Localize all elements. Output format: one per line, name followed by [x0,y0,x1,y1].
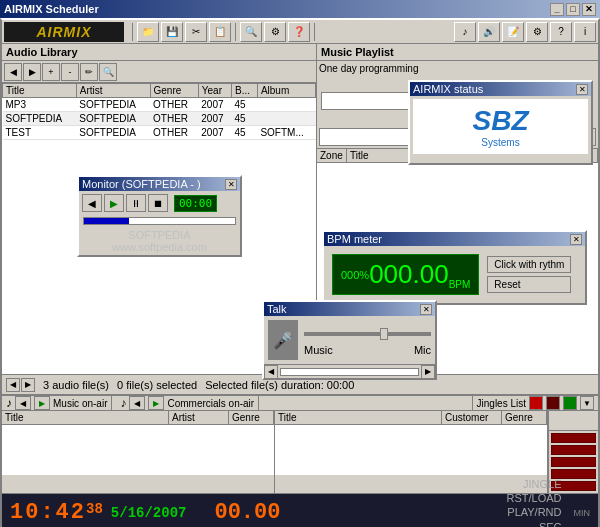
toolbar-btn-7[interactable]: ❓ [288,22,310,42]
cell-album: SOFTM... [257,126,315,140]
jingles-label: Jingles List [477,398,526,409]
lib-btn-1[interactable]: ◀ [4,63,22,81]
commercials-table-body [275,425,547,475]
toolbar-btn-1[interactable]: 📁 [137,22,159,42]
table-row[interactable]: TEST SOFTPEDIA OTHER 2007 45 SOFTM... [3,126,316,140]
jingle-status: JINGLE [523,477,562,491]
jingles-green-btn[interactable] [563,396,577,410]
window-title: AIRMIX Scheduler [4,3,99,15]
nav-next[interactable]: ▶ [21,378,35,392]
toolbar-btn-3[interactable]: ✂ [185,22,207,42]
cell-year: 2007 [198,98,231,112]
airmix-status-title-bar: AIRMIX status ✕ [410,82,591,96]
toolbar-right-btn-4[interactable]: ⚙ [526,22,548,42]
col-year[interactable]: Year [198,84,231,98]
talk-slider-thumb[interactable] [380,328,388,340]
files-count: 3 audio file(s) [43,379,109,391]
monitor-progress[interactable] [83,217,236,225]
talk-close[interactable]: ✕ [420,304,432,315]
jingles-red-btn[interactable] [529,396,543,410]
main-window: AIRMIX 📁 💾 ✂ 📋 🔍 ⚙ ❓ ♪ 🔊 📝 ⚙ ? i Audio L… [0,18,600,527]
bpm-close[interactable]: ✕ [570,234,582,245]
monitor-prev[interactable]: ◀ [82,194,102,212]
toolbar-btn-2[interactable]: 💾 [161,22,183,42]
lib-btn-6[interactable]: 🔍 [99,63,117,81]
music-col-genre: Genre [229,411,274,424]
commercial-icon: ♪ [120,396,126,410]
music-play-btn[interactable]: ▶ [34,396,50,410]
monitor-watermark: SOFTPEDIA www.softpedia.com [79,227,240,255]
monitor-close[interactable]: ✕ [225,179,237,190]
cell-title: MP3 [3,98,77,112]
lib-btn-2[interactable]: ▶ [23,63,41,81]
toolbar-right-btn-6[interactable]: i [574,22,596,42]
toolbar-right-btn-3[interactable]: 📝 [502,22,524,42]
minimize-button[interactable]: _ [550,3,564,16]
jingle-btn-3[interactable] [551,457,596,467]
talk-title-bar: Talk ✕ [264,302,435,316]
toolbar-btn-5[interactable]: 🔍 [240,22,262,42]
maximize-button[interactable]: □ [566,3,580,16]
music-table-header: Title Artist Genre [2,411,274,425]
jingles-dark-btn[interactable] [546,396,560,410]
airmix-logo-content: SBZ Systems [473,105,529,148]
right-toolbar: ♪ 🔊 📝 ⚙ ? i [454,22,596,42]
jingle-btn-2[interactable] [551,445,596,455]
mic-label: Mic [414,344,431,356]
table-row[interactable]: SOFTPEDIA SOFTPEDIA OTHER 2007 45 [3,112,316,126]
monitor-time: 00:00 [174,195,217,212]
nav-prev[interactable]: ◀ [6,378,20,392]
selected-count: 0 file(s) selected [117,379,197,391]
talk-scrollbar: ◀ ▶ [264,364,435,378]
toolbar-right-btn-1[interactable]: ♪ [454,22,476,42]
comm-col-title: Title [275,411,442,424]
monitor-stop[interactable]: ⏹ [148,194,168,212]
talk-slider-track[interactable] [304,332,431,336]
talk-title: Talk [267,303,287,315]
commercial-play-btn[interactable]: ▶ [148,396,164,410]
top-toolbar: AIRMIX 📁 💾 ✂ 📋 🔍 ⚙ ❓ ♪ 🔊 📝 ⚙ ? i [2,20,598,44]
toolbar-right-btn-2[interactable]: 🔊 [478,22,500,42]
clock-time: 10:42 [10,500,86,525]
col-title[interactable]: Title [3,84,77,98]
toolbar-btn-6[interactable]: ⚙ [264,22,286,42]
scroll-track[interactable] [280,368,419,376]
one-day-title: One day programming [319,63,596,74]
bpm-click-btn[interactable]: Click with rythm [487,256,571,273]
scroll-left[interactable]: ◀ [264,365,278,379]
col-genre[interactable]: Genre [150,84,198,98]
cell-year: 2007 [198,126,231,140]
cell-b: 45 [232,126,258,140]
music-col-title: Title [2,411,169,424]
col-artist[interactable]: Artist [76,84,150,98]
close-button[interactable]: ✕ [582,3,596,16]
jingles-dropdown[interactable]: ▼ [580,396,594,410]
toolbar-right-btn-5[interactable]: ? [550,22,572,42]
col-album[interactable]: Album [257,84,315,98]
lib-btn-3[interactable]: + [42,63,60,81]
airmix-logo: SBZ Systems [413,99,588,154]
bpm-reset-btn[interactable]: Reset [487,276,571,293]
music-play-prev[interactable]: ◀ [15,396,31,410]
monitor-pause[interactable]: ⏸ [126,194,146,212]
clock-display: 10:4238 [10,500,103,525]
lib-btn-5[interactable]: ✏ [80,63,98,81]
jingles-section: Jingles List ▼ [472,396,598,410]
monitor-title-bar: Monitor (SOFTPEDIA - ) ✕ [79,177,240,191]
music-on-air-segment: ♪ ◀ ▶ Music on-air [2,396,112,410]
monitor-title: Monitor (SOFTPEDIA - ) [82,178,201,190]
min-label: MIN [574,508,591,518]
airmix-status-close[interactable]: ✕ [576,84,588,95]
table-row[interactable]: MP3 SOFTPEDIA OTHER 2007 45 [3,98,316,112]
scroll-right[interactable]: ▶ [421,365,435,379]
toolbar-btn-4[interactable]: 📋 [209,22,231,42]
col-b[interactable]: B... [232,84,258,98]
nav-buttons: ◀ ▶ [6,378,35,392]
jingle-btn-1[interactable] [551,433,596,443]
lib-btn-4[interactable]: - [61,63,79,81]
commercial-play-prev[interactable]: ◀ [129,396,145,410]
commercials-on-air-label: Commercials on-air [167,398,254,409]
microphone-icon: 🎤 [268,320,298,360]
monitor-play[interactable]: ▶ [104,194,124,212]
cell-b: 45 [232,112,258,126]
